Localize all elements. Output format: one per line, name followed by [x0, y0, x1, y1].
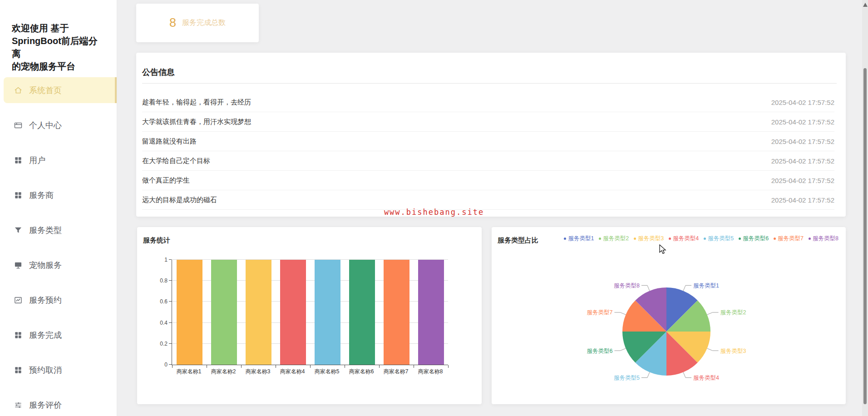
y-tick-mark: [169, 259, 172, 260]
bar-chart-title: 服务统计: [143, 236, 170, 245]
pie-label: 服务类型1: [693, 282, 719, 289]
announcement-row: 留退路就没有出路2025-04-02 17:57:52: [142, 132, 834, 151]
sidebar-item-label: 用户: [29, 155, 45, 166]
sidebar-item-label: 服务商: [29, 190, 54, 201]
announcement-row: 趁着年轻，输得起，看得开，去经历2025-04-02 17:57:52: [142, 93, 834, 112]
announcement-list: 趁着年轻，输得起，看得开，去经历2025-04-02 17:57:52大学就该抓…: [142, 93, 834, 210]
y-axis-label: 0.6: [160, 298, 168, 305]
pie-label: 服务类型8: [614, 282, 640, 289]
bar-商家名称2[interactable]: [211, 260, 237, 365]
bar-slot: [345, 260, 379, 365]
funnel-icon: [14, 226, 23, 235]
app-title-line: 欢迎使用 基于: [12, 22, 105, 35]
scrollbar-thumb[interactable]: [863, 68, 867, 404]
announcement-time: 2025-04-02 17:57:52: [771, 118, 834, 126]
sidebar-item-label: 服务预约: [29, 295, 62, 306]
bar-slot: [276, 260, 310, 365]
pie-chart[interactable]: 服务类型1服务类型2服务类型3服务类型4服务类型5服务类型6服务类型7服务类型8: [492, 227, 846, 404]
announcement-text: 远大的目标是成功的磁石: [142, 196, 217, 204]
bar-slot: [241, 260, 276, 365]
announcement-time: 2025-04-02 17:57:52: [771, 196, 834, 204]
service-stats-chart-card: 服务统计 00.20.40.60.81 商家名称1商家名称2商家名称3商家名称4…: [137, 227, 482, 404]
watermark: www.bishebang.site: [384, 208, 484, 217]
y-axis-label: 0.8: [160, 277, 168, 284]
stat-value: 8: [169, 16, 176, 30]
bar-商家名称4[interactable]: [280, 260, 306, 365]
scroll-up-arrow-icon[interactable]: [863, 3, 868, 7]
bar-商家名称3[interactable]: [246, 260, 271, 365]
x-axis-label: 商家名称5: [310, 368, 344, 376]
sidebar-item-label: 预约取消: [29, 365, 62, 376]
x-axis-label: 商家名称4: [275, 368, 310, 376]
announcement-row: 做个真正的学生2025-04-02 17:57:52: [142, 171, 834, 190]
sidebar-item-pet-services[interactable]: 宠物服务: [0, 248, 117, 282]
sidebar-item-label: 服务评价: [29, 400, 62, 411]
sidebar-item-reviews[interactable]: 服务评价: [0, 387, 117, 416]
bar-chart-x-axis: 商家名称1商家名称2商家名称3商家名称4商家名称5商家名称6商家名称7商家名称8: [172, 368, 448, 376]
x-tick-mark: [448, 365, 449, 368]
announcement-time: 2025-04-02 17:57:52: [771, 157, 834, 165]
sidebar-item-bookings[interactable]: 服务预约: [0, 282, 117, 317]
y-axis-label: 0.2: [160, 341, 168, 347]
pie-label: 服务类型7: [587, 309, 612, 316]
y-axis-label: 0: [164, 362, 168, 368]
pie-label-line: [641, 285, 650, 291]
monitor-icon: [14, 261, 23, 270]
y-tick-mark: [169, 301, 172, 302]
sidebar-menu: 系统首页个人中心用户服务商服务类型宠物服务服务预约服务完成预约取消服务评价: [0, 73, 117, 416]
sidebar: 欢迎使用 基于 SpringBoot前后端分离 的宠物服务平台 系统首页个人中心…: [0, 0, 117, 416]
bar-商家名称6[interactable]: [349, 260, 375, 365]
pie-label-line: [614, 312, 626, 315]
y-tick-mark: [169, 280, 172, 281]
announcement-time: 2025-04-02 17:57:52: [771, 138, 834, 145]
announcement-title: 公告信息: [142, 67, 175, 78]
x-axis-label: 商家名称6: [344, 368, 379, 376]
y-tick-mark: [169, 322, 172, 323]
announcement-card: 公告信息 趁着年轻，输得起，看得开，去经历2025-04-02 17:57:52…: [136, 53, 846, 217]
sliders-icon: [14, 401, 23, 410]
y-tick-mark: [169, 364, 172, 365]
pie-label-line: [707, 312, 719, 315]
sidebar-item-label: 系统首页: [29, 85, 62, 96]
sidebar-item-cancellations[interactable]: 预约取消: [0, 352, 117, 387]
sidebar-item-service-types[interactable]: 服务类型: [0, 213, 117, 248]
sidebar-item-label: 服务完成: [29, 330, 62, 341]
sidebar-item-label: 服务类型: [29, 225, 62, 236]
announcement-text: 大学就该抓住青春，用汗水实现梦想: [142, 118, 251, 126]
bar-商家名称7[interactable]: [384, 260, 409, 365]
pie-label: 服务类型4: [693, 375, 719, 381]
app-title-line: SpringBoot前后端分离: [12, 35, 105, 60]
scrollbar-track[interactable]: [862, 0, 868, 416]
announcement-row: 在大学给自己定个目标2025-04-02 17:57:52: [142, 151, 834, 171]
dashboard-screen: 欢迎使用 基于 SpringBoot前后端分离 的宠物服务平台 系统首页个人中心…: [0, 0, 868, 416]
sidebar-item-profile[interactable]: 个人中心: [0, 108, 117, 143]
x-axis-label: 商家名称1: [172, 368, 206, 376]
sidebar-item-completed[interactable]: 服务完成: [0, 317, 117, 352]
announcement-time: 2025-04-02 17:57:52: [771, 177, 834, 184]
sidebar-item-home[interactable]: 系统首页: [4, 77, 117, 103]
app-title-line: 的宠物服务平台: [12, 60, 105, 73]
bar-商家名称1[interactable]: [177, 260, 202, 365]
pie-label: 服务类型2: [720, 309, 746, 316]
announcement-row: 远大的目标是成功的磁石2025-04-02 17:57:52: [142, 190, 834, 210]
sidebar-item-label: 个人中心: [29, 120, 62, 131]
home-icon: [14, 86, 23, 95]
announcement-text: 做个真正的学生: [142, 176, 190, 185]
bar-slot: [414, 260, 448, 365]
bar-商家名称5[interactable]: [315, 260, 340, 365]
completed-services-stat-card[interactable]: 8 服务完成总数: [136, 4, 259, 42]
announcement-text: 留退路就没有出路: [142, 137, 197, 146]
y-axis-label: 0.4: [160, 320, 168, 326]
grid-icon: [14, 331, 23, 340]
y-axis-label: 1: [164, 257, 168, 263]
bar-商家名称8[interactable]: [418, 260, 444, 365]
pie-label-line: [707, 348, 719, 351]
grid-icon: [14, 366, 23, 375]
bar-slot: [310, 260, 345, 365]
sidebar-item-providers[interactable]: 服务商: [0, 178, 117, 213]
card-icon: [14, 121, 23, 130]
sidebar-item-users[interactable]: 用户: [0, 143, 117, 178]
y-tick-mark: [169, 343, 172, 344]
bar-chart-plot[interactable]: 00.20.40.60.81: [172, 260, 448, 365]
stat-label: 服务完成总数: [182, 18, 226, 28]
